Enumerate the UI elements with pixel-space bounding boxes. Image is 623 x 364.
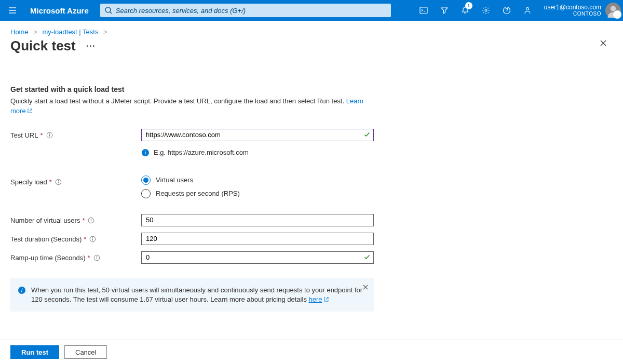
run-test-button[interactable]: Run test [10, 345, 59, 359]
footer-actions: Run test Cancel [0, 340, 623, 364]
field-specify-load: Specify load * Virtual users Requests pe… [10, 176, 374, 198]
notifications-badge: 1 [465, 2, 472, 9]
info-icon[interactable] [93, 254, 100, 261]
required-indicator: * [82, 217, 85, 224]
required-indicator: * [88, 254, 90, 262]
num-users-input[interactable] [141, 214, 374, 226]
help-icon[interactable] [496, 0, 517, 21]
topbar-actions: 1 [413, 0, 538, 21]
rampup-label: Ramp-up time (Seconds) [10, 254, 86, 262]
avatar[interactable] [605, 3, 621, 18]
user-tenant: CONTOSO [573, 11, 601, 17]
radio-icon [141, 189, 151, 198]
duration-label: Test duration (Seconds) [10, 235, 82, 243]
external-link-icon [27, 108, 33, 114]
required-indicator: * [49, 178, 52, 186]
specify-load-label: Specify load [10, 178, 47, 186]
validation-check-icon [363, 253, 371, 261]
banner-close-icon[interactable] [362, 284, 369, 293]
close-icon[interactable] [599, 39, 607, 49]
field-rampup: Ramp-up time (Seconds) * [10, 251, 374, 264]
duration-input[interactable] [141, 233, 374, 245]
cloud-shell-icon[interactable] [413, 0, 434, 21]
required-indicator: * [40, 131, 43, 139]
breadcrumb: Home > my-loadtest | Tests > [0, 21, 623, 37]
validation-check-icon [363, 131, 371, 138]
quick-test-form: Get started with a quick load test Quick… [0, 59, 384, 312]
svg-point-3 [105, 7, 111, 12]
svg-rect-5 [420, 7, 427, 14]
breadcrumb-resource[interactable]: my-loadtest | Tests [43, 28, 99, 36]
banner-text: When you run this test, 50 virtual users… [31, 286, 365, 304]
svg-point-8 [526, 8, 529, 10]
info-icon[interactable] [89, 236, 96, 242]
test-url-label: Test URL [10, 131, 38, 139]
page-header: Quick test ··· [0, 37, 623, 59]
svg-line-4 [110, 12, 112, 14]
page-title: Quick test [10, 38, 76, 54]
pricing-link[interactable]: here [309, 295, 329, 303]
test-url-hint: i E.g. https://azure.microsoft.com [141, 149, 374, 157]
brand-label[interactable]: Microsoft Azure [25, 6, 98, 15]
global-search[interactable] [100, 4, 391, 17]
num-users-label: Number of virtual users [10, 217, 80, 224]
azure-topbar: Microsoft Azure 1 user1@contoso.com CONT… [0, 0, 623, 21]
info-icon[interactable] [46, 132, 53, 139]
field-test-url: Test URL * [10, 129, 374, 141]
rampup-input[interactable] [141, 251, 374, 264]
radio-virtual-users[interactable]: Virtual users [141, 176, 374, 185]
settings-icon[interactable] [476, 0, 496, 21]
notifications-icon[interactable]: 1 [455, 0, 476, 21]
svg-point-6 [485, 9, 487, 11]
search-input[interactable] [116, 7, 387, 15]
status-dot [613, 10, 621, 19]
user-email: user1@contoso.com [544, 4, 601, 11]
svg-point-19 [58, 180, 59, 181]
search-icon [104, 6, 113, 15]
external-link-icon [323, 296, 329, 302]
info-icon[interactable] [88, 217, 94, 224]
section-heading: Get started with a quick load test [10, 85, 374, 93]
info-icon[interactable] [55, 179, 62, 185]
field-num-users: Number of virtual users * [10, 214, 374, 226]
directory-filter-icon[interactable] [434, 0, 455, 21]
section-description: Quickly start a load test without a JMet… [10, 97, 374, 116]
menu-icon[interactable] [0, 6, 25, 15]
info-icon: i [18, 286, 26, 294]
cancel-button[interactable]: Cancel [64, 345, 107, 359]
more-actions-icon[interactable]: ··· [86, 42, 96, 51]
svg-point-14 [49, 133, 50, 134]
info-banner: i When you run this test, 50 virtual use… [10, 278, 374, 312]
radio-rps[interactable]: Requests per second (RPS) [141, 189, 374, 198]
field-duration: Test duration (Seconds) * [10, 233, 374, 245]
info-icon: i [141, 149, 150, 157]
svg-point-28 [97, 256, 97, 257]
breadcrumb-home[interactable]: Home [10, 28, 29, 36]
required-indicator: * [84, 235, 86, 243]
test-url-input[interactable] [141, 129, 374, 141]
feedback-icon[interactable] [517, 0, 538, 21]
radio-icon [141, 176, 151, 185]
account-info[interactable]: user1@contoso.com CONTOSO [538, 4, 605, 17]
svg-point-22 [91, 219, 91, 219]
svg-point-25 [92, 237, 93, 238]
